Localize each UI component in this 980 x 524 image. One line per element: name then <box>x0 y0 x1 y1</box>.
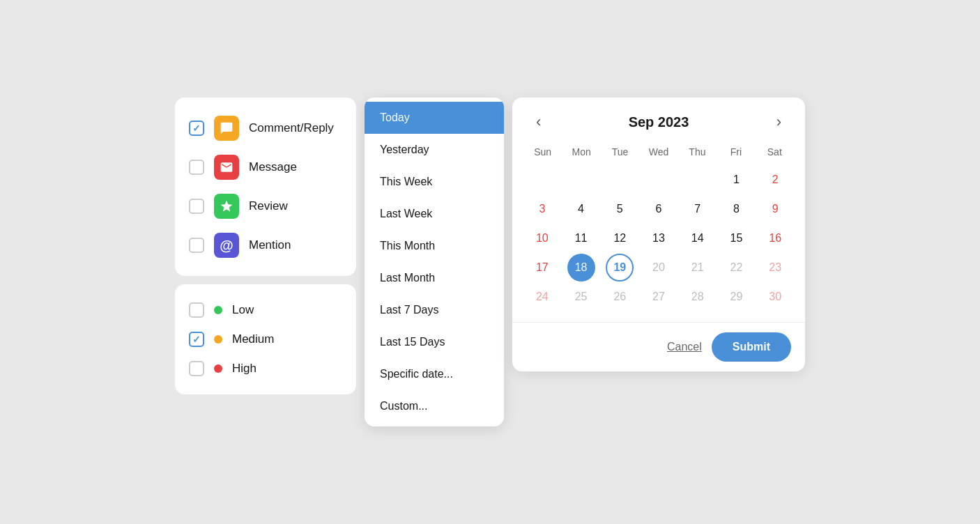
priority-label-medium: Medium <box>232 332 274 346</box>
day-cell-28[interactable]: 28 <box>684 283 712 311</box>
calendar-header: ‹ Sep 2023 › <box>512 98 805 141</box>
label-mention: Mention <box>249 238 291 252</box>
checkbox-priority-low[interactable] <box>189 302 204 318</box>
day-cell-9[interactable]: 9 <box>761 195 789 223</box>
type-filter-comment[interactable]: Comment/Reply <box>189 109 342 148</box>
day-cell-6[interactable]: 6 <box>645 195 673 223</box>
day-header-thu: Thu <box>678 141 717 163</box>
day-cell-1[interactable]: 1 <box>722 166 750 194</box>
day-cell-11[interactable]: 11 <box>567 224 595 252</box>
day-cell-29[interactable]: 29 <box>722 283 750 311</box>
dot-high <box>214 364 222 373</box>
priority-label-low: Low <box>232 303 254 317</box>
day-header-sun: Sun <box>523 141 562 163</box>
day-cell-empty <box>606 166 634 194</box>
day-cell-25[interactable]: 25 <box>567 283 595 311</box>
dot-medium <box>214 335 222 344</box>
icon-message <box>214 155 239 180</box>
type-filter-mention[interactable]: @Mention <box>189 226 342 265</box>
day-cell-17[interactable]: 17 <box>528 254 556 282</box>
submit-button[interactable]: Submit <box>712 332 791 362</box>
day-cell-10[interactable]: 10 <box>528 224 556 252</box>
dropdown-item-last-7-days[interactable]: Last 7 Days <box>365 294 504 326</box>
calendar-panel: ‹ Sep 2023 › SunMonTueWedThuFriSat 12345… <box>512 98 805 371</box>
day-cell-27[interactable]: 27 <box>645 283 673 311</box>
checkbox-message[interactable] <box>189 160 204 175</box>
dropdown-item-last-month[interactable]: Last Month <box>365 262 504 294</box>
checkbox-priority-high[interactable] <box>189 361 204 376</box>
label-comment: Comment/Reply <box>249 121 334 135</box>
day-cell-4[interactable]: 4 <box>567 195 595 223</box>
day-header-sat: Sat <box>756 141 794 163</box>
day-cell-21[interactable]: 21 <box>684 254 712 282</box>
type-filter-review[interactable]: Review <box>189 187 342 226</box>
calendar-title: Sep 2023 <box>629 114 689 130</box>
calendar-grid: SunMonTueWedThuFriSat 123456789101112131… <box>512 141 805 322</box>
day-cell-18[interactable]: 18 <box>567 254 595 282</box>
dropdown-item-last-week[interactable]: Last Week <box>365 198 504 230</box>
left-panel: Comment/ReplyMessageReview@Mention LowMe… <box>175 98 356 394</box>
icon-comment <box>214 116 239 141</box>
priority-filter-medium[interactable]: Medium <box>189 325 342 354</box>
day-cell-20[interactable]: 20 <box>645 254 673 282</box>
dropdown-item-this-week[interactable]: This Week <box>365 166 504 198</box>
day-cell-empty <box>645 166 673 194</box>
main-container: Comment/ReplyMessageReview@Mention LowMe… <box>175 98 805 426</box>
dropdown-item-today[interactable]: Today <box>365 102 504 134</box>
priority-filter-low[interactable]: Low <box>189 295 342 325</box>
day-header-tue: Tue <box>601 141 639 163</box>
day-cell-12[interactable]: 12 <box>606 224 634 252</box>
day-cell-empty <box>567 166 595 194</box>
day-cell-30[interactable]: 30 <box>761 283 789 311</box>
dropdown-item-custom[interactable]: Custom... <box>365 390 504 422</box>
type-filter-card: Comment/ReplyMessageReview@Mention <box>175 98 356 276</box>
day-cell-24[interactable]: 24 <box>528 283 556 311</box>
day-header-fri: Fri <box>717 141 755 163</box>
day-cell-5[interactable]: 5 <box>606 195 634 223</box>
day-cell-19[interactable]: 19 <box>606 254 634 282</box>
checkbox-priority-medium[interactable] <box>189 332 204 347</box>
checkbox-comment[interactable] <box>189 121 204 136</box>
day-cell-23[interactable]: 23 <box>761 254 789 282</box>
day-cell-7[interactable]: 7 <box>684 195 712 223</box>
day-cell-empty <box>684 166 712 194</box>
priority-label-high: High <box>232 362 257 376</box>
dropdown-item-last-15-days[interactable]: Last 15 Days <box>365 326 504 358</box>
date-range-dropdown: TodayYesterdayThis WeekLast WeekThis Mon… <box>365 98 504 426</box>
day-cell-13[interactable]: 13 <box>645 224 673 252</box>
priority-filter-high[interactable]: High <box>189 354 342 383</box>
calendar-next-button[interactable]: › <box>770 110 788 134</box>
day-cell-22[interactable]: 22 <box>722 254 750 282</box>
type-filter-message[interactable]: Message <box>189 148 342 187</box>
icon-review <box>214 194 239 219</box>
day-cell-14[interactable]: 14 <box>684 224 712 252</box>
day-cell-16[interactable]: 16 <box>761 224 789 252</box>
day-cell-empty <box>528 166 556 194</box>
checkbox-mention[interactable] <box>189 238 204 253</box>
checkbox-review[interactable] <box>189 199 204 214</box>
dropdown-item-this-month[interactable]: This Month <box>365 230 504 262</box>
calendar-footer: Cancel Submit <box>512 322 805 371</box>
calendar-prev-button[interactable]: ‹ <box>529 110 548 134</box>
dropdown-item-yesterday[interactable]: Yesterday <box>365 134 504 166</box>
icon-mention: @ <box>214 233 239 258</box>
day-cell-26[interactable]: 26 <box>606 283 634 311</box>
label-review: Review <box>249 199 288 213</box>
day-cell-3[interactable]: 3 <box>528 195 556 223</box>
day-cell-15[interactable]: 15 <box>722 224 750 252</box>
dropdown-item-specific-date[interactable]: Specific date... <box>365 358 504 390</box>
dot-low <box>214 306 222 314</box>
day-cell-2[interactable]: 2 <box>761 166 789 194</box>
label-message: Message <box>249 160 297 174</box>
day-header-mon: Mon <box>562 141 600 163</box>
day-cell-8[interactable]: 8 <box>722 195 750 223</box>
day-header-wed: Wed <box>639 141 677 163</box>
cancel-button[interactable]: Cancel <box>667 341 702 353</box>
priority-filter-card: LowMediumHigh <box>175 284 356 394</box>
